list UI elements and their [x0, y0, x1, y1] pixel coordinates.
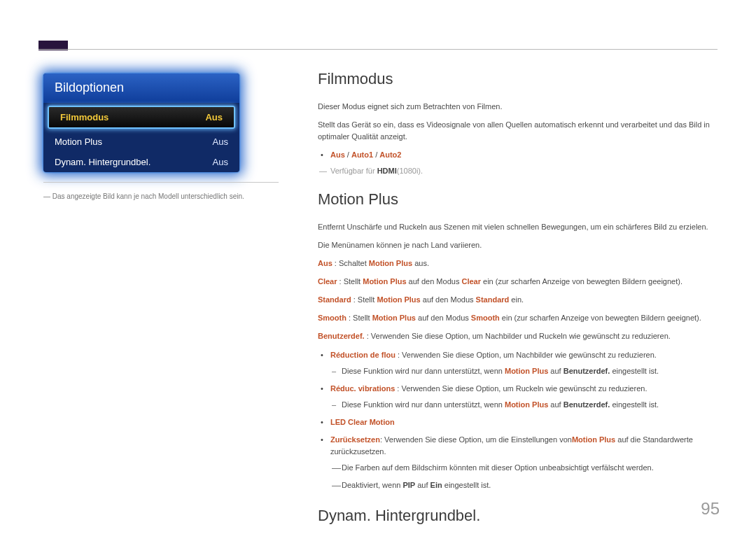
text: Deaktiviert, wenn [342, 481, 402, 489]
panel-title: Bildoptionen [43, 73, 239, 103]
paragraph: Die Menünamen können je nach Land variie… [318, 239, 714, 251]
text: : Stellt [337, 277, 363, 286]
text: : Stellt [346, 314, 372, 322]
panel-row-dynam[interactable]: Dynam. Hintergrundbel. Aus [43, 152, 239, 172]
text: eingestellt ist. [610, 400, 659, 409]
text: auf [548, 400, 563, 409]
label: Aus [318, 259, 332, 267]
text: : Schaltet [332, 259, 369, 267]
option-aus: Aus [330, 150, 345, 159]
text: auf [548, 367, 563, 375]
paragraph: Entfernt Unschärfe und Ruckeln aus Szene… [318, 221, 714, 233]
label: Réduction de flou [330, 351, 396, 359]
motion-plus: Motion Plus [505, 400, 548, 409]
options-panel: Bildoptionen Filmmodus Aus Motion Plus A… [43, 73, 239, 172]
text: auf den Modus [407, 277, 462, 286]
text: auf den Modus [421, 295, 476, 304]
led-clear-motion: LED Clear Motion [330, 418, 395, 426]
pip: PIP [402, 481, 415, 489]
label: Standard [318, 295, 351, 304]
line-clear: Clear : Stellt Motion Plus auf den Modus… [318, 276, 714, 288]
label: Benutzerdef. [318, 332, 365, 340]
list-item: Réduction de flou : Verwenden Sie diese … [318, 349, 714, 377]
panel-row-label: Dynam. Hintergrundbel. [55, 157, 150, 167]
page-number: 95 [701, 499, 720, 519]
text: : Verwenden Sie diese Option, um Nachbil… [365, 332, 671, 340]
option-auto2: Auto2 [379, 150, 401, 159]
heading-motionplus: Motion Plus [318, 190, 714, 209]
motion-plus: Motion Plus [369, 259, 412, 267]
benutzerdef: Benutzerdef. [564, 367, 610, 375]
paragraph: Stellt das Gerät so ein, dass es Videosi… [318, 119, 714, 143]
heading-filmmodus: Filmmodus [318, 70, 714, 88]
line-smooth: Smooth : Stellt Motion Plus auf den Modu… [318, 312, 714, 324]
list-item: LED Clear Motion [318, 416, 714, 428]
panel-row-motionplus[interactable]: Motion Plus Aus [43, 132, 239, 152]
panel-row-filmmodus[interactable]: Filmmodus Aus [48, 106, 235, 129]
line-aus: Aus : Schaltet Motion Plus aus. [318, 258, 714, 269]
side-rule [43, 182, 279, 183]
mode: Smooth [471, 314, 500, 322]
motion-plus: Motion Plus [505, 367, 548, 375]
text: ein (zur scharfen Anzeige von bewegten B… [500, 314, 701, 322]
text: ein. [509, 295, 524, 304]
mode: Clear [461, 277, 481, 286]
line-standard: Standard : Stellt Motion Plus auf den Mo… [318, 294, 714, 306]
list-item: Réduc. vibrations : Verwenden Sie diese … [318, 383, 714, 411]
text: ein (zur scharfen Anzeige von bewegten B… [481, 277, 682, 286]
note-hdmi: HDMI [377, 167, 397, 175]
panel-row-label: Filmmodus [60, 112, 108, 122]
list-item: Deaktiviert, wenn PIP auf Ein eingestell… [330, 479, 714, 491]
main-content: Filmmodus Dieser Modus eignet sich zum B… [318, 70, 714, 534]
ein: Ein [430, 481, 442, 489]
list-item: Diese Funktion wird nur dann unterstützt… [330, 365, 714, 377]
text: auf [415, 481, 430, 489]
text: Diese Funktion wird nur dann unterstützt… [342, 367, 505, 375]
text: Diese Funktion wird nur dann unterstützt… [342, 400, 505, 409]
motion-plus: Motion Plus [377, 295, 420, 304]
panel-row-label: Motion Plus [55, 136, 102, 147]
motion-plus: Motion Plus [363, 277, 406, 286]
text: : Verwenden Sie diese Option, um Nachbil… [396, 351, 657, 359]
panel-row-value: Aus [205, 112, 223, 122]
motion-plus: Motion Plus [572, 435, 615, 444]
option-auto1: Auto1 [351, 150, 373, 159]
note-text: (1080i). [397, 167, 423, 175]
list-item: Diese Funktion wird nur dann unterstützt… [330, 399, 714, 411]
line-benutzer: Benutzerdef. : Verwenden Sie diese Optio… [318, 330, 714, 342]
list-item: Aus / Auto1 / Auto2 [318, 149, 714, 161]
mode: Standard [476, 295, 510, 304]
label: Zurücksetzen [330, 435, 380, 444]
label: Réduc. vibrations [330, 384, 395, 393]
header-rule [38, 49, 718, 50]
text: : Verwenden Sie diese Option, um die Ein… [380, 435, 572, 444]
label: Clear [318, 277, 337, 286]
panel-row-value: Aus [213, 136, 228, 147]
text: eingestellt ist. [610, 367, 659, 375]
list-item: Zurücksetzen: Verwenden Sie diese Option… [318, 434, 714, 491]
benutzerdef: Benutzerdef. [564, 400, 610, 409]
note: Verfügbar für HDMI(1080i). [318, 167, 714, 175]
text: auf den Modus [416, 314, 471, 322]
panel-row-value: Aus [213, 157, 228, 167]
heading-dynam: Dynam. Hintergrundbel. [318, 507, 714, 525]
text: eingestellt ist. [442, 481, 491, 489]
motion-plus: Motion Plus [372, 314, 416, 322]
paragraph: Dieser Modus eignet sich zum Betrachten … [318, 101, 714, 113]
text: : Stellt [351, 295, 377, 304]
list-item: Die Farben auf dem Bildschirm könnten mi… [330, 462, 714, 474]
side-note: Das angezeigte Bild kann je nach Modell … [43, 192, 281, 200]
note-text: Verfügbar für [330, 167, 377, 175]
text: : Verwenden Sie diese Option, um Ruckeln… [395, 384, 647, 393]
text: aus. [412, 259, 429, 267]
label: Smooth [318, 314, 346, 322]
